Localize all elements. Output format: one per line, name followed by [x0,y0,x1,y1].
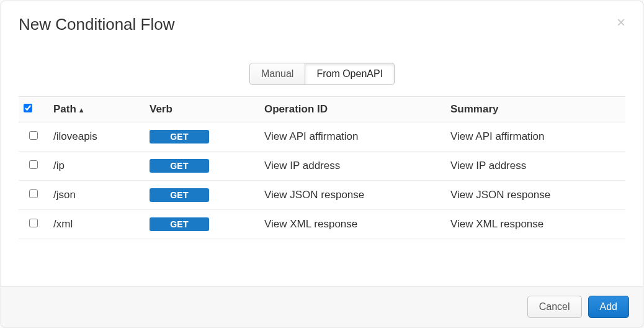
verb-badge: GET [150,159,209,173]
add-button[interactable]: Add [588,296,629,318]
dialog-title: New Conditional Flow [19,15,174,34]
row-checkbox[interactable] [29,160,38,169]
cell-operation-id: View IP address [259,152,445,181]
tab-manual[interactable]: Manual [249,63,305,85]
cell-path: /iloveapis [48,122,145,152]
header-summary[interactable]: Summary [445,97,625,122]
table-header-row: Path▲ Verb Operation ID Summary [19,97,625,122]
row-checkbox[interactable] [29,131,38,140]
verb-badge: GET [150,217,209,231]
header-operation-id[interactable]: Operation ID [259,97,445,122]
cancel-button[interactable]: Cancel [527,296,582,318]
table-row: /iloveapis GET View API affirmation View… [19,122,625,152]
new-conditional-flow-dialog: New Conditional Flow × Manual From OpenA… [1,1,643,327]
cell-summary: View JSON response [445,181,625,210]
row-checkbox[interactable] [29,219,38,227]
table-row: /ip GET View IP address View IP address [19,152,625,181]
table-row: /json GET View JSON response View JSON r… [19,181,625,210]
dialog-footer: Cancel Add [1,286,643,327]
cell-operation-id: View JSON response [259,181,445,210]
select-all-checkbox[interactable] [24,104,32,112]
verb-badge: GET [150,188,209,202]
select-all-cell [19,97,48,122]
header-verb[interactable]: Verb [145,97,259,122]
cell-summary: View XML response [445,210,625,239]
close-icon[interactable]: × [617,15,625,30]
row-checkbox[interactable] [29,189,38,198]
source-toggle: Manual From OpenAPI [19,63,625,85]
header-path-label: Path [53,103,76,115]
cell-path: /ip [48,152,145,181]
cell-path: /json [48,181,145,210]
header-path[interactable]: Path▲ [48,97,145,122]
sort-asc-icon: ▲ [78,106,85,114]
cell-summary: View API affirmation [445,122,625,152]
dialog-body: Manual From OpenAPI Path▲ Verb Operation… [1,45,643,286]
dialog-header: New Conditional Flow × [1,1,643,45]
cell-summary: View IP address [445,152,625,181]
cell-operation-id: View XML response [259,210,445,239]
tab-from-openapi[interactable]: From OpenAPI [305,63,395,85]
table-row: /xml GET View XML response View XML resp… [19,210,625,239]
cell-path: /xml [48,210,145,239]
verb-badge: GET [150,130,209,144]
cell-operation-id: View API affirmation [259,122,445,152]
table-body: /iloveapis GET View API affirmation View… [19,122,625,239]
operations-table: Path▲ Verb Operation ID Summary /iloveap… [19,96,625,239]
